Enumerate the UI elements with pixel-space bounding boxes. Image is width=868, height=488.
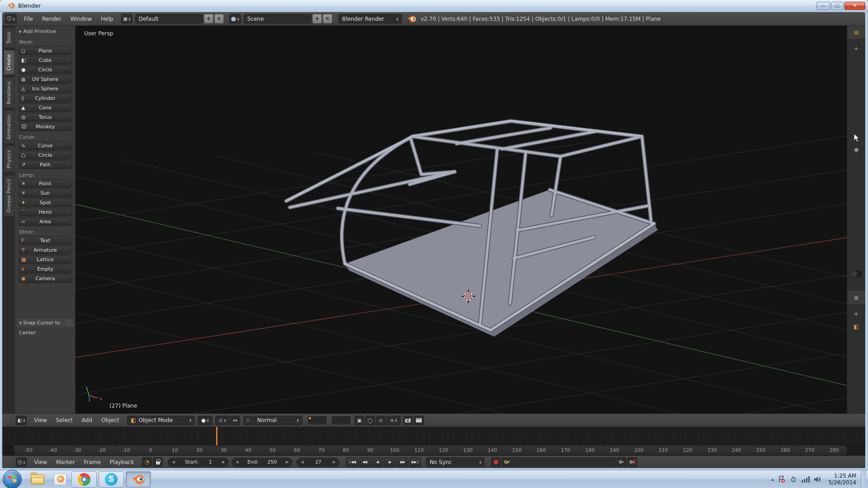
timeline-menu-view[interactable]: View xyxy=(29,455,51,469)
add-cube-button[interactable]: ◧Cube xyxy=(19,56,72,65)
snap-toggle-button[interactable]: ∩ xyxy=(376,416,386,425)
playback-range-lock-button[interactable]: ◔ xyxy=(142,457,152,467)
increment-icon[interactable]: ▶ xyxy=(222,460,225,464)
info-menu-render[interactable]: Render xyxy=(38,12,66,26)
add-point-button[interactable]: ✳Point xyxy=(19,179,72,188)
mode-dropdown[interactable]: ◧Object Mode ▲▼ xyxy=(127,416,195,425)
add-path-button[interactable]: ↗Path xyxy=(19,160,72,169)
delete-layout-button[interactable]: ✕ xyxy=(214,14,224,23)
lock-frame-button[interactable] xyxy=(153,457,163,467)
add-plane-button[interactable]: ◻Plane xyxy=(19,47,72,55)
next-keyframe-button[interactable]: ▶▶ xyxy=(396,457,408,467)
properties-header[interactable]: ▥ xyxy=(847,291,865,305)
layer-cell-20[interactable] xyxy=(346,420,350,424)
snap-target-dropdown[interactable]: ✛ ▲▼ xyxy=(387,416,401,425)
manipulator-toggle[interactable] xyxy=(243,416,253,425)
layer-cell-10[interactable] xyxy=(322,420,326,424)
play-reverse-button[interactable]: ◀ xyxy=(371,457,383,467)
timeline-menu-playback[interactable]: Playback xyxy=(105,455,139,469)
viewport-menu-view[interactable]: View xyxy=(29,413,51,427)
add-scene-button[interactable]: + xyxy=(312,14,322,23)
layer-cell-15[interactable] xyxy=(346,416,350,420)
render-animation-button[interactable] xyxy=(414,416,424,425)
current-frame-field[interactable]: ◀ 27 ▶ xyxy=(297,458,340,467)
add-ico-sphere-button[interactable]: ◬Ico Sphere xyxy=(19,84,72,93)
decrement-icon[interactable]: ◀ xyxy=(236,460,238,464)
viewport-menu-object[interactable]: Object xyxy=(97,413,123,427)
action-center-icon[interactable] xyxy=(778,476,785,483)
timeline-menu-frame[interactable]: Frame xyxy=(79,455,105,469)
show-desktop-button[interactable] xyxy=(861,470,866,488)
snap-cursor-panel-header[interactable]: ▼Snap Cursor to Center xyxy=(16,318,75,328)
delete-scene-button[interactable]: ✕ xyxy=(323,14,332,23)
maximize-button[interactable]: ▢ xyxy=(831,2,844,10)
add-sun-button[interactable]: ☀Sun xyxy=(19,189,72,197)
timeline-playhead[interactable] xyxy=(216,427,217,447)
volume-icon[interactable] xyxy=(814,476,822,483)
lock-to-scene-button[interactable]: ▣ xyxy=(354,416,364,425)
timeline-lane[interactable] xyxy=(2,427,865,445)
taskbar-blender-button[interactable] xyxy=(126,471,151,488)
end-frame-field[interactable]: ◀ End: 250 ▶ xyxy=(231,458,292,467)
jump-to-start-button[interactable]: ❘◀◀ xyxy=(346,457,358,467)
shelf-tab-relations[interactable]: Relations xyxy=(4,77,15,108)
add-area-button[interactable]: ▱Area xyxy=(19,217,72,226)
object-cube-icon[interactable]: ◧ xyxy=(847,324,865,330)
taskbar-media-player-button[interactable] xyxy=(50,471,70,488)
add-text-button[interactable]: FText xyxy=(19,236,72,245)
delete-keyframe-button[interactable] xyxy=(627,457,637,467)
record-button[interactable] xyxy=(491,457,501,467)
taskbar-skype-button[interactable]: S xyxy=(99,471,124,488)
add-hemi-button[interactable]: ⌒Hemi xyxy=(19,208,72,216)
network-icon[interactable] xyxy=(802,476,810,483)
screen-layout-dropdown[interactable]: Default xyxy=(135,14,203,23)
jump-to-end-button[interactable]: ▶▶❘ xyxy=(409,457,421,467)
viewport-shading-dropdown[interactable]: ● ▲▼ xyxy=(198,416,212,425)
shelf-tab-create[interactable]: Create xyxy=(4,50,15,75)
scene-icon-button[interactable]: ⬤ ▲▼ xyxy=(229,14,241,23)
layers-widget[interactable] xyxy=(306,416,352,424)
taskbar-chrome-button[interactable] xyxy=(71,471,97,488)
info-menu-file[interactable]: File xyxy=(19,12,38,26)
hidden-icons-button[interactable]: ▴ xyxy=(771,476,774,482)
editor-type-timeline-selector[interactable]: ◷ ▲▼ xyxy=(16,457,27,467)
outliner-header[interactable]: ▤ xyxy=(847,26,865,39)
shelf-tab-physics[interactable]: Physics xyxy=(4,146,15,173)
layer-cell-5[interactable] xyxy=(322,416,326,420)
increment-icon[interactable]: ▶ xyxy=(333,460,335,464)
play-button[interactable]: ▶ xyxy=(384,457,396,467)
taskbar-clock[interactable]: 1:25 AM 5/26/2014 xyxy=(828,473,856,486)
add-armature-button[interactable]: ϒArmature xyxy=(19,246,72,254)
viewport-menu-select[interactable]: Select xyxy=(52,413,77,427)
pin-icon[interactable]: ✛ xyxy=(847,311,865,317)
taskbar-explorer-button[interactable] xyxy=(28,471,47,488)
add-uv-sphere-button[interactable]: ◍UV Sphere xyxy=(19,75,72,84)
pivot-point-dropdown[interactable]: ⊙ ▲▼ xyxy=(215,416,230,425)
viewport-3d[interactable]: x User Persp (27) Plane xyxy=(75,26,847,413)
add-circle-button[interactable]: ○Circle xyxy=(19,151,72,160)
info-menu-window[interactable]: Window xyxy=(66,12,96,26)
add-cone-button[interactable]: ▲Cone xyxy=(19,103,72,112)
orientation-dropdown[interactable]: Normal ▲▼ xyxy=(254,416,302,425)
render-still-button[interactable] xyxy=(403,416,413,425)
add-torus-button[interactable]: ◎Torus xyxy=(19,113,72,122)
add-lattice-button[interactable]: ▦Lattice xyxy=(19,255,72,264)
add-camera-button[interactable]: ◉Camera xyxy=(19,274,72,283)
shelf-tab-animation[interactable]: Animation xyxy=(4,110,15,144)
decrement-icon[interactable]: ◀ xyxy=(172,460,175,464)
insert-keyframe-button[interactable] xyxy=(617,457,627,467)
close-button[interactable]: ✕ xyxy=(844,2,865,10)
editor-type-info-selector[interactable]: ⓘ ▲▼ xyxy=(5,14,17,23)
corner-resize-grip[interactable] xyxy=(2,414,9,427)
camera-restrict-icon[interactable]: ◉ xyxy=(847,146,865,153)
info-menu-help[interactable]: Help xyxy=(96,12,118,26)
proportional-edit-button[interactable]: ◯ xyxy=(365,416,375,425)
shelf-tab-grease-pencil[interactable]: Grease Pencil xyxy=(4,175,15,216)
power-icon[interactable] xyxy=(790,476,797,483)
minimize-button[interactable]: — xyxy=(816,2,830,10)
timeline-menu-marker[interactable]: Marker xyxy=(52,455,79,469)
keying-set-button[interactable] xyxy=(502,457,512,467)
pivot-align-toggle[interactable]: ↔ xyxy=(230,416,240,425)
sync-dropdown[interactable]: No Sync ▲▼ xyxy=(426,457,485,467)
add-primitive-panel-header[interactable]: ▼Add Primitive xyxy=(15,26,75,36)
